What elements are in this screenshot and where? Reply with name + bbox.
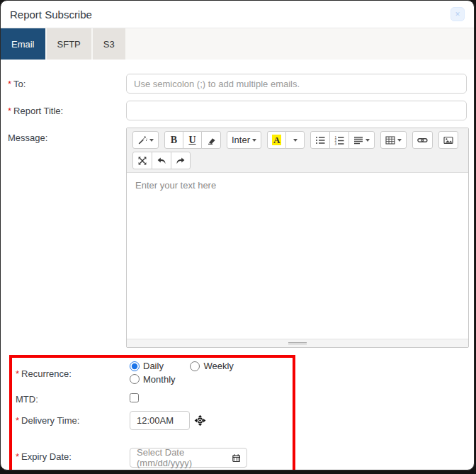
tab-bar: Email SFTP S3 bbox=[1, 28, 474, 60]
tab-email[interactable]: Email bbox=[1, 28, 45, 60]
redo-button[interactable] bbox=[171, 152, 191, 169]
underline-button[interactable]: U bbox=[183, 131, 202, 149]
picture-button[interactable] bbox=[438, 131, 458, 149]
recurrence-option-weekly[interactable]: Weekly bbox=[190, 361, 247, 371]
report-title-input[interactable] bbox=[126, 101, 467, 120]
picture-icon bbox=[443, 135, 453, 145]
delivery-time-label: *Delivery Time: bbox=[16, 415, 130, 426]
paragraph-align-button[interactable] bbox=[348, 131, 375, 149]
mtd-label: MTD: bbox=[16, 394, 130, 405]
table-icon bbox=[385, 135, 395, 145]
font-family-button[interactable]: Inter bbox=[227, 131, 261, 149]
resize-grip-icon bbox=[288, 341, 307, 346]
font-color-dropdown-button[interactable] bbox=[285, 131, 305, 149]
redo-icon bbox=[176, 156, 186, 166]
ordered-list-button[interactable]: 1 2 3 bbox=[329, 131, 349, 149]
fullscreen-icon bbox=[137, 156, 147, 166]
toolbar-row-2 bbox=[132, 152, 468, 169]
email-subscribe-form: *To: *Report Title: Message: bbox=[1, 60, 474, 470]
ordered-list-icon: 1 2 3 bbox=[334, 135, 344, 145]
required-marker: * bbox=[8, 79, 11, 89]
daily-label: Daily bbox=[143, 361, 164, 371]
delivery-time-input[interactable] bbox=[130, 411, 190, 430]
report-title-label: *Report Title: bbox=[8, 101, 126, 116]
locate-crosshair-icon[interactable] bbox=[194, 414, 206, 427]
required-marker: * bbox=[16, 451, 19, 462]
toolbar-row-1: B U Inter bbox=[132, 131, 468, 149]
daily-radio[interactable] bbox=[130, 361, 140, 371]
bold-button[interactable]: B bbox=[164, 131, 183, 149]
weekly-label: Weekly bbox=[203, 361, 233, 371]
required-marker: * bbox=[16, 368, 19, 379]
style-button[interactable] bbox=[132, 131, 159, 149]
dialog-title: Report Subscribe bbox=[10, 9, 92, 21]
monthly-radio[interactable] bbox=[130, 374, 140, 384]
calendar-icon bbox=[232, 453, 240, 463]
eraser-icon bbox=[206, 135, 216, 145]
editor-toolbar: B U Inter bbox=[127, 128, 468, 173]
message-label: Message: bbox=[8, 128, 126, 143]
recurrence-option-monthly[interactable]: Monthly bbox=[130, 374, 187, 385]
magic-wand-icon bbox=[137, 135, 147, 145]
editor-resize-bar[interactable] bbox=[127, 339, 468, 347]
expiry-date-input[interactable]: Select Date (mm/dd/yyyy) bbox=[130, 448, 247, 468]
link-button[interactable] bbox=[412, 131, 433, 149]
undo-button[interactable] bbox=[152, 152, 171, 169]
dialog-header: Report Subscribe ✕ bbox=[1, 1, 474, 28]
tab-sftp[interactable]: SFTP bbox=[47, 28, 91, 60]
chevron-down-icon bbox=[293, 139, 298, 142]
to-row: *To: bbox=[8, 74, 467, 94]
mtd-checkbox[interactable] bbox=[130, 393, 139, 402]
chevron-down-icon bbox=[397, 139, 402, 142]
editor-content-area[interactable]: Enter your text here bbox=[127, 173, 468, 339]
paragraph-align-icon bbox=[353, 135, 363, 145]
font-color-button[interactable]: A bbox=[267, 131, 286, 149]
table-button[interactable] bbox=[380, 131, 407, 149]
editor-placeholder: Enter your text here bbox=[135, 180, 216, 191]
weekly-radio[interactable] bbox=[190, 361, 200, 371]
font-family-value: Inter bbox=[232, 135, 250, 145]
expiry-date-row: *Expiry Date: Select Date (mm/dd/yyyy) bbox=[12, 446, 293, 468]
chevron-down-icon bbox=[149, 139, 154, 142]
to-label: *To: bbox=[8, 74, 126, 89]
recurrence-row: *Recurrence: Daily Weekly Monthly bbox=[12, 361, 293, 387]
chevron-down-icon bbox=[366, 139, 370, 142]
link-icon bbox=[417, 135, 428, 145]
mtd-row: MTD: bbox=[12, 393, 293, 405]
monthly-label: Monthly bbox=[143, 374, 176, 385]
svg-text:3: 3 bbox=[335, 142, 337, 145]
message-row: Message: bbox=[8, 128, 467, 348]
tab-s3[interactable]: S3 bbox=[93, 28, 125, 60]
recurrence-label: *Recurrence: bbox=[16, 368, 130, 379]
required-marker: * bbox=[16, 415, 19, 426]
to-input[interactable] bbox=[126, 74, 467, 94]
recurrence-options: Daily Weekly Monthly bbox=[130, 361, 293, 387]
unordered-list-button[interactable] bbox=[310, 131, 330, 149]
recurrence-option-daily[interactable]: Daily bbox=[130, 361, 187, 371]
required-marker: * bbox=[8, 106, 11, 116]
fullscreen-button[interactable] bbox=[132, 152, 152, 169]
clear-format-button[interactable] bbox=[201, 131, 221, 149]
undo-icon bbox=[157, 156, 166, 166]
chevron-down-icon bbox=[252, 139, 256, 142]
expiry-date-label: *Expiry Date: bbox=[16, 451, 130, 462]
expiry-date-placeholder: Select Date (mm/dd/yyyy) bbox=[137, 447, 229, 468]
highlighted-schedule-section: *Recurrence: Daily Weekly Monthly bbox=[9, 355, 295, 470]
close-button[interactable]: ✕ bbox=[450, 7, 465, 21]
rich-text-editor: B U Inter bbox=[126, 128, 469, 348]
unordered-list-icon bbox=[315, 135, 325, 145]
delivery-time-row: *Delivery Time: bbox=[12, 411, 293, 430]
close-icon: ✕ bbox=[455, 11, 460, 18]
report-subscribe-dialog: Report Subscribe ✕ Email SFTP S3 *To: *R… bbox=[0, 0, 475, 470]
report-title-row: *Report Title: bbox=[8, 101, 467, 120]
